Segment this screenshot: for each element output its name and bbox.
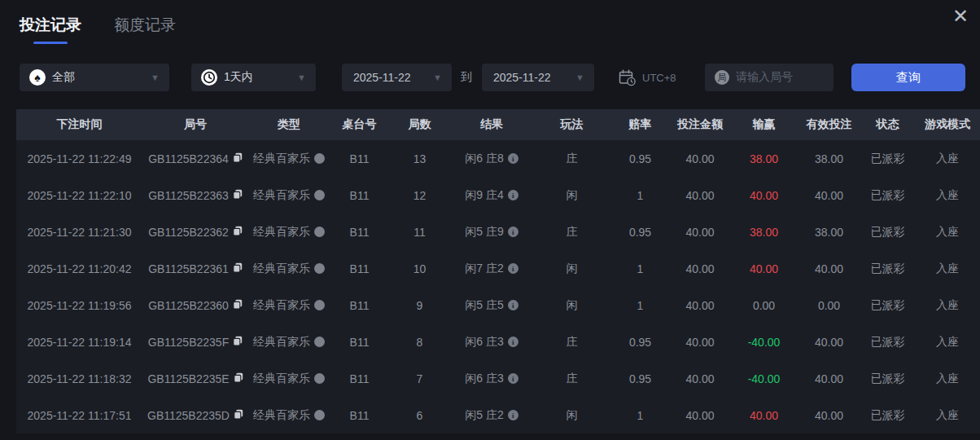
timezone-indicator: UTC+8	[619, 69, 676, 86]
cell-valid-bet: 40.00	[798, 189, 860, 202]
cell-round-id: GB1125B2235F	[142, 336, 248, 349]
info-icon[interactable]: i	[508, 300, 518, 310]
cell-round-id: GB1125B22360	[142, 299, 248, 312]
table-row: 2025-11-22 11:19:56 GB1125B22360 经典百家乐 B…	[16, 287, 980, 323]
cell-bet-time: 2025-11-22 11:19:14	[16, 336, 142, 349]
round-id-text: GB1125B2235E	[147, 372, 229, 385]
search-placeholder: 请输入局号	[736, 70, 793, 85]
cell-win-loss: 0.00	[730, 299, 798, 312]
table-row: 2025-11-22 11:19:14 GB1125B2235F 经典百家乐 B…	[16, 323, 980, 360]
game-logo-icon	[314, 153, 325, 164]
result-text: 闲5 庄9	[465, 225, 503, 240]
info-icon[interactable]: i	[508, 373, 518, 384]
time-range-dropdown[interactable]: 1天内 ▼	[191, 64, 316, 91]
cell-valid-bet: 38.00	[798, 226, 860, 239]
copy-icon[interactable]	[233, 189, 243, 202]
game-logo-icon	[314, 373, 325, 384]
timezone-label: UTC+8	[642, 72, 676, 84]
round-id-text: GB1125B2235F	[148, 336, 229, 349]
cell-play: 闲	[533, 298, 610, 313]
cell-round-no: 8	[389, 336, 450, 349]
copy-icon[interactable]	[234, 372, 243, 385]
bet-records-panel: 投注记录 额度记录 ✕ ♠ 全部 ▼ 1天内 ▼ 2025	[0, 0, 980, 440]
cell-bet-time: 2025-11-22 11:20:42	[16, 262, 142, 275]
info-icon[interactable]: i	[508, 410, 518, 420]
cell-status: 已派彩	[860, 225, 915, 240]
cell-play: 闲	[533, 188, 610, 203]
copy-icon[interactable]	[233, 226, 243, 239]
date-from-value: 2025-11-22	[353, 71, 411, 84]
cell-odds: 1	[610, 299, 670, 312]
cell-odds: 0.95	[610, 372, 670, 385]
table-row: 2025-11-22 11:22:10 GB1125B22363 经典百家乐 B…	[16, 177, 980, 213]
cell-table-no: B11	[330, 152, 389, 165]
cell-type: 经典百家乐	[248, 335, 330, 350]
copy-icon[interactable]	[233, 262, 243, 275]
cell-table-no: B11	[330, 409, 389, 422]
chevron-down-icon: ▼	[151, 73, 160, 82]
table-header-row: 下注时间 局号 类型 桌台号 局数 结果 玩法 赔率 投注金额 输赢 有效投注 …	[16, 109, 980, 140]
copy-icon[interactable]	[233, 336, 243, 349]
cell-type: 经典百家乐	[248, 372, 330, 386]
date-to-label: 到	[461, 70, 472, 85]
cell-round-id: GB1125B22363	[142, 189, 248, 202]
cell-win-loss: -40.00	[730, 336, 798, 349]
cell-round-no: 12	[389, 189, 450, 202]
cell-bet-amount: 40.00	[670, 262, 730, 275]
cell-bet-time: 2025-11-22 11:22:10	[16, 189, 142, 202]
cell-round-no: 11	[389, 226, 450, 239]
cell-valid-bet: 40.00	[798, 262, 860, 275]
cell-result: 闲5 庄9i	[450, 225, 533, 240]
header-table-no: 桌台号	[330, 117, 389, 132]
info-icon[interactable]: i	[508, 190, 518, 200]
info-icon[interactable]: i	[508, 227, 518, 237]
cell-type: 经典百家乐	[248, 225, 330, 240]
info-icon[interactable]: i	[508, 337, 518, 347]
cell-round-id: GB1125B22362	[142, 226, 248, 239]
cell-win-loss: 38.00	[730, 226, 798, 239]
cell-status: 已派彩	[860, 262, 915, 276]
cell-odds: 1	[610, 189, 670, 202]
type-text: 经典百家乐	[253, 372, 310, 386]
spade-icon: ♠	[29, 69, 46, 86]
type-text: 经典百家乐	[253, 262, 310, 276]
copy-icon[interactable]	[233, 152, 243, 165]
cell-table-no: B11	[330, 262, 389, 275]
game-type-dropdown[interactable]: ♠ 全部 ▼	[20, 64, 169, 91]
cell-bet-amount: 40.00	[670, 372, 730, 385]
query-button[interactable]: 查询	[851, 64, 965, 91]
cell-status: 已派彩	[860, 188, 915, 203]
cell-round-id: GB1125B22361	[142, 262, 248, 275]
tabs-bar: 投注记录 额度记录 ✕	[0, 0, 980, 49]
tab-quota-records-label: 额度记录	[114, 16, 176, 33]
info-icon[interactable]: i	[508, 153, 518, 164]
cell-game-mode: 入座	[915, 188, 980, 203]
close-icon[interactable]: ✕	[952, 7, 969, 26]
cell-valid-bet: 40.00	[798, 336, 860, 349]
cell-play: 闲	[533, 262, 610, 276]
game-logo-icon	[314, 410, 325, 420]
game-logo-icon	[314, 227, 325, 237]
cell-bet-amount: 40.00	[670, 336, 730, 349]
table-row: 2025-11-22 11:17:51 GB1125B2235D 经典百家乐 B…	[16, 397, 980, 433]
tab-bet-records[interactable]: 投注记录	[20, 15, 81, 36]
type-text: 经典百家乐	[253, 152, 310, 166]
round-id-text: GB1125B2235D	[147, 409, 230, 422]
copy-icon[interactable]	[234, 409, 243, 422]
chevron-down-icon: ▼	[575, 73, 584, 82]
cell-win-loss: -40.00	[730, 372, 798, 385]
cell-type: 经典百家乐	[248, 188, 330, 203]
cell-table-no: B11	[330, 336, 389, 349]
tab-quota-records[interactable]: 额度记录	[114, 15, 176, 36]
date-from-select[interactable]: 2025-11-22 ▼	[342, 64, 452, 91]
cell-status: 已派彩	[860, 335, 915, 350]
header-valid-bet: 有效投注	[798, 117, 860, 132]
copy-icon[interactable]	[233, 299, 243, 312]
info-icon[interactable]: i	[508, 263, 518, 274]
date-to-select[interactable]: 2025-11-22 ▼	[482, 64, 594, 91]
cell-table-no: B11	[330, 299, 389, 312]
search-input[interactable]: 局 请输入局号	[705, 64, 833, 91]
clock-icon	[201, 69, 217, 86]
cell-type: 经典百家乐	[248, 298, 330, 313]
cell-valid-bet: 40.00	[798, 409, 860, 422]
